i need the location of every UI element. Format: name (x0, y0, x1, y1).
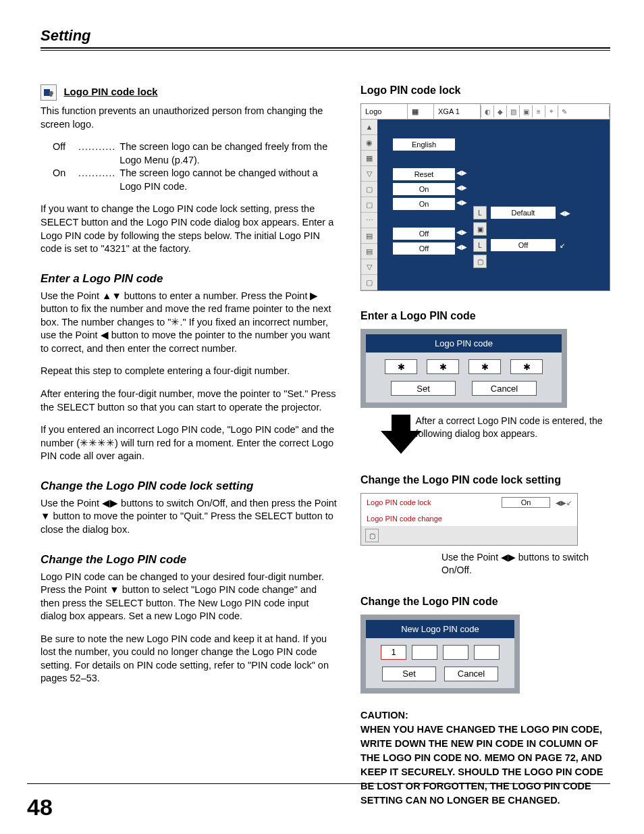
pin-dialog-title: Logo PIN code (366, 334, 562, 353)
caution-text: WHEN YOU HAVE CHANGED THE LOGO PIN CODE,… (360, 724, 603, 806)
menu-val-reset: Reset◀▶ (393, 168, 455, 180)
lock-quit-icon[interactable]: ▢ (365, 529, 379, 542)
new-pin-dialog: New Logo PIN code 1 Set Cancel (360, 615, 520, 694)
toolbar-icon: ▨ (506, 105, 519, 118)
menu-row-icon: ▤ (361, 228, 377, 244)
submenu-capture-icon: ▣ (473, 222, 487, 236)
menu-submenu-col: LDefault◀▶ ▣ LOff↙ ▢ (471, 120, 610, 290)
option-off-val: The screen logo can be changed freely fr… (115, 140, 338, 167)
toolbar-icon: ⌖ (545, 105, 558, 118)
submenu-off: Off (491, 239, 556, 251)
enter-pin-p1: Use the Point ▲▼ buttons to enter a numb… (41, 290, 338, 356)
feature-heading-row: Logo PIN code lock (41, 84, 338, 101)
svg-rect-0 (44, 89, 50, 96)
pin-cell-1[interactable]: ✱ (385, 359, 417, 374)
down-arrow-icon (381, 415, 406, 455)
lr-arrows-icon: ◀▶ (560, 209, 570, 217)
logo-lock-icon (41, 84, 57, 101)
pointer-arrow-icon: ↙ (560, 242, 565, 249)
new-pin-cancel-button[interactable]: Cancel (444, 667, 498, 681)
menu-row-icon: ⋯ (361, 213, 377, 228)
header-rule-thick (41, 47, 610, 49)
menu-row-icon: ▢ (361, 182, 377, 197)
logo-pin-dialog: Logo PIN code ✱ ✱ ✱ ✱ Set Cancel (360, 329, 567, 408)
paragraph-change-setting-intro: If you want to change the Logo PIN code … (41, 203, 338, 255)
page-header-title: Setting (41, 27, 610, 45)
heading-change-setting: Change the Logo PIN code lock setting (41, 479, 338, 493)
menu-val-on2: On◀▶ (393, 198, 455, 210)
option-on-row: On ........... The screen logo cannot be… (53, 167, 338, 193)
right-column: Logo PIN code lock Logo ▦ XGA 1 ◐◆▨▣≡⌖✎ … (360, 84, 610, 808)
new-pin-cell-1[interactable]: 1 (381, 645, 406, 660)
menu-title-icon: ▦ (408, 104, 434, 119)
menu-values-col: English Reset◀▶ On◀▶ On◀▶ Off◀▶ Off◀▶ (377, 120, 471, 290)
pin-cell-4[interactable]: ✱ (510, 359, 543, 374)
option-off-row: Off ........... The screen logo can be c… (53, 140, 338, 167)
enter-pin-p3: After entering the four-digit number, mo… (41, 388, 338, 414)
submenu-default: Default (491, 207, 556, 219)
feature-title: Logo PIN code lock (63, 86, 157, 97)
menu-row-icon: ▢ (361, 197, 377, 213)
right-head-change-setting: Change the Logo PIN code lock setting (360, 474, 610, 486)
header-rule-thin (41, 50, 610, 51)
submenu-quit-icon: ▢ (473, 255, 487, 268)
pin-cancel-button[interactable]: Cancel (472, 381, 537, 396)
menu-title-logo: Logo (361, 104, 408, 119)
menu-val-english: English (393, 138, 455, 151)
lock-row1-value[interactable]: On (502, 497, 550, 508)
submenu-l-icon: L (473, 206, 487, 219)
menu-row-icon: ▤ (361, 244, 377, 259)
new-pin-title: New Logo PIN code (366, 620, 514, 638)
new-pin-set-button[interactable]: Set (382, 667, 436, 681)
toolbar-icon: ◐ (481, 105, 493, 118)
intro-paragraph: This function prevents an unauthorized p… (41, 105, 338, 131)
lr-arrows-icon: ◀▶ (456, 228, 467, 236)
settings-menu-screenshot: Logo ▦ XGA 1 ◐◆▨▣≡⌖✎ ▲ ◉ ▦ ▽ ▢ ▢ (360, 103, 610, 291)
menu-side-icons: ▲ ◉ ▦ ▽ ▢ ▢ ⋯ ▤ ▤ ▽ ▢ (361, 120, 377, 290)
right-head-lock: Logo PIN code lock (360, 84, 610, 97)
lr-arrows-icon: ◀▶ (456, 243, 467, 251)
pin-set-button[interactable]: Set (391, 381, 456, 396)
toolbar-icon: ≡ (532, 105, 545, 118)
new-pin-cell-4[interactable] (474, 645, 500, 660)
heading-enter-pin: Enter a Logo PIN code (41, 272, 338, 286)
change-code-p2: Be sure to note the new Logo PIN code an… (41, 633, 338, 685)
change-setting-p: Use the Point ◀▶ buttons to switch On/Of… (41, 497, 338, 537)
footer-rule (27, 783, 610, 784)
menu-val-off1: Off◀▶ (393, 228, 455, 240)
change-code-p1: Logo PIN code can be changed to your des… (41, 571, 338, 623)
toolbar-icon: ✎ (558, 105, 570, 118)
caution-label: CAUTION: (360, 710, 408, 721)
menu-row-icon: ▢ (361, 275, 377, 290)
right-head-enter: Enter a Logo PIN code (360, 310, 610, 322)
pin-cell-2[interactable]: ✱ (427, 359, 459, 374)
left-column: Logo PIN code lock This function prevent… (41, 84, 338, 808)
menu-titlebar: Logo ▦ XGA 1 ◐◆▨▣≡⌖✎ (361, 104, 610, 120)
menu-val-off2: Off◀▶ (393, 242, 455, 255)
caution-block: CAUTION: WHEN YOU HAVE CHANGED THE LOGO … (360, 708, 610, 808)
lr-arrows-icon: ◀▶↙ (556, 499, 572, 506)
lr-arrows-icon: ◀▶ (456, 169, 467, 176)
pin-cell-3[interactable]: ✱ (468, 359, 501, 374)
option-on-key: On (53, 167, 78, 193)
option-on-val: The screen logo cannot be changed withou… (115, 167, 338, 193)
option-off-dots: ........... (78, 140, 115, 167)
menu-row-icon: ▽ (361, 259, 377, 275)
menu-title-src: XGA 1 (434, 104, 481, 119)
enter-pin-p2: Repeat this step to complete entering a … (41, 365, 338, 378)
lock-setting-dialog: Logo PIN code lock On ◀▶↙ Logo PIN code … (360, 493, 578, 546)
enter-pin-p4: If you entered an incorrect Logo PIN cod… (41, 423, 338, 463)
new-pin-cell-2[interactable] (412, 645, 437, 660)
after-note-row: After a correct Logo PIN code is entered… (360, 415, 610, 455)
lock-row1-label: Logo PIN code lock (367, 498, 496, 506)
after-note-text: After a correct Logo PIN code is entered… (416, 415, 611, 440)
submenu-lock-icon: L (473, 238, 487, 252)
new-pin-cell-3[interactable] (443, 645, 468, 660)
menu-val-on1: On◀▶ (393, 183, 455, 195)
lock-note: Use the Point ◀▶ buttons to switch On/Of… (441, 551, 610, 577)
lock-row2-label: Logo PIN code change (367, 515, 572, 523)
option-on-dots: ........... (78, 167, 115, 193)
toolbar-icon: ◆ (493, 105, 506, 118)
menu-row-icon: ◉ (361, 135, 377, 151)
toolbar-icon: ▣ (519, 105, 532, 118)
